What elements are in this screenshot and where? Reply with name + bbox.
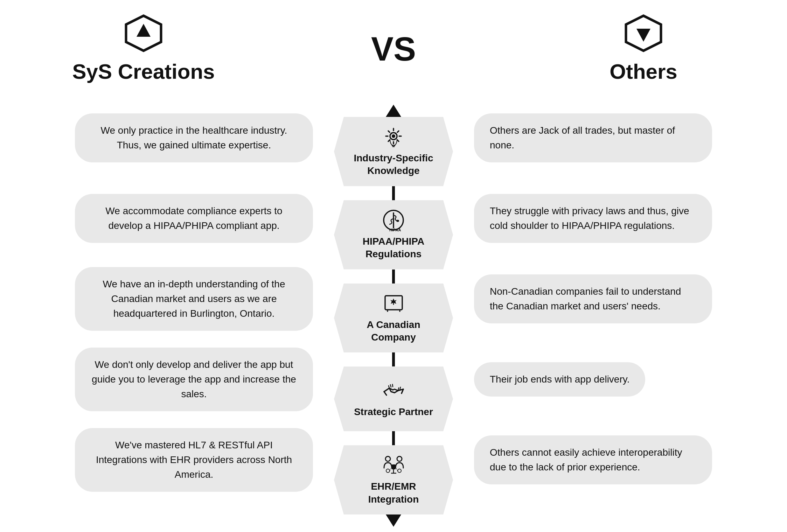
- svg-line-9: [388, 131, 390, 132]
- hipaa-icon: HIPAA: [382, 209, 405, 232]
- svg-line-12: [388, 140, 390, 141]
- svg-point-14: [390, 133, 392, 134]
- comparison-layout: We only practice in the healthcare indus…: [21, 105, 766, 527]
- others-logo-icon: [624, 14, 663, 52]
- sys-row-strategic: We don't only develop and deliver the ap…: [75, 346, 313, 413]
- sys-column: We only practice in the healthcare indus…: [21, 105, 320, 507]
- sys-logo-icon: [124, 14, 163, 52]
- spine-bar-3b: [392, 352, 395, 366]
- sys-creations-title: SyS Creations: [72, 59, 215, 84]
- others-row-strategic: Their job ends with app delivery.: [474, 346, 645, 413]
- others-pill-industry: Others are Jack of all trades, but maste…: [474, 113, 712, 162]
- svg-marker-1: [137, 24, 151, 37]
- sys-creations-header: SyS Creations: [21, 14, 266, 84]
- canada-icon: [382, 292, 405, 315]
- others-row-ehr: Others cannot easily achieve interoperab…: [474, 427, 712, 493]
- sys-pill-hipaa: We accommodate compliance experts to dev…: [75, 194, 313, 243]
- svg-point-31: [386, 469, 390, 472]
- svg-line-10: [397, 140, 399, 141]
- center-label-industry: Industry-Specific Knowledge: [353, 152, 434, 177]
- svg-point-27: [397, 456, 402, 461]
- svg-marker-3: [636, 29, 650, 42]
- center-label-hipaa: HIPAA/PHIPA Regulations: [353, 235, 434, 261]
- sys-pill-ehr: We've mastered HL7 & RESTful API Integra…: [75, 428, 313, 492]
- svg-line-11: [397, 131, 399, 132]
- center-label-ehr: EHR/EMR Integration: [353, 480, 434, 506]
- sys-pill-industry: We only practice in the healthcare indus…: [75, 113, 313, 162]
- others-header: Others: [521, 14, 766, 84]
- handshake-icon: [382, 379, 405, 402]
- center-label-canadian: A Canadian Company: [353, 318, 434, 344]
- others-pill-hipaa: They struggle with privacy laws and thus…: [474, 194, 712, 243]
- sys-pill-strategic: We don't only develop and deliver the ap…: [75, 348, 313, 411]
- others-title: Others: [610, 59, 677, 84]
- center-spine: Industry-Specific Knowledge HIPAA HIPAA/…: [320, 105, 467, 527]
- center-item-canadian: A Canadian Company: [334, 284, 453, 353]
- svg-point-15: [395, 133, 396, 134]
- vs-label: VS: [323, 30, 464, 68]
- svg-point-32: [398, 469, 401, 472]
- others-row-hipaa: They struggle with privacy laws and thus…: [474, 185, 712, 252]
- center-item-strategic: Strategic Partner: [334, 366, 453, 431]
- others-row-industry: Others are Jack of all trades, but maste…: [474, 105, 712, 171]
- sys-pill-canadian: We have an in-depth understanding of the…: [75, 267, 313, 331]
- others-row-canadian: Non-Canadian companies fail to understan…: [474, 266, 712, 332]
- sys-row-canadian: We have an in-depth understanding of the…: [75, 266, 313, 332]
- spine-bar-2b: [392, 270, 395, 284]
- svg-point-13: [392, 134, 395, 138]
- others-pill-ehr: Others cannot easily achieve interoperab…: [474, 435, 712, 484]
- spine-bar-4b: [392, 431, 395, 445]
- others-pill-canadian: Non-Canadian companies fail to understan…: [474, 274, 712, 323]
- spine-bottom-arrow: [386, 514, 401, 527]
- industry-icon: [382, 126, 405, 148]
- svg-point-20: [396, 220, 399, 222]
- page-header: SyS Creations VS Others: [21, 14, 766, 84]
- spine-bar-1b: [392, 186, 395, 200]
- spine-top-arrow-1: [386, 105, 401, 117]
- ehr-icon: [382, 454, 405, 477]
- center-item-ehr: EHR/EMR Integration: [334, 445, 453, 514]
- center-label-strategic: Strategic Partner: [354, 406, 433, 418]
- sys-row-ehr: We've mastered HL7 & RESTful API Integra…: [75, 427, 313, 493]
- center-item-industry: Industry-Specific Knowledge: [334, 117, 453, 186]
- sys-row-hipaa: We accommodate compliance experts to dev…: [75, 185, 313, 252]
- center-item-hipaa: HIPAA HIPAA/PHIPA Regulations: [334, 200, 453, 270]
- others-column: Others are Jack of all trades, but maste…: [467, 105, 766, 507]
- sys-row-industry: We only practice in the healthcare indus…: [75, 105, 313, 171]
- svg-point-26: [385, 456, 390, 461]
- others-pill-strategic: Their job ends with app delivery.: [474, 362, 645, 397]
- svg-text:HIPAA: HIPAA: [389, 228, 401, 232]
